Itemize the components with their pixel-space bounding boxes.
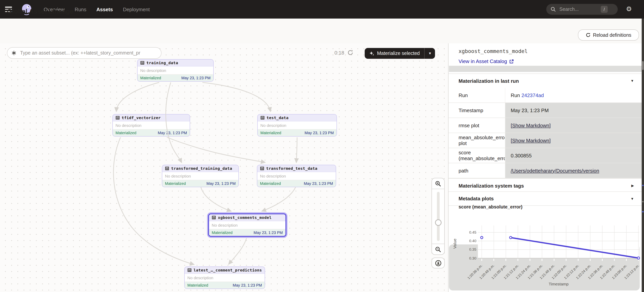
asset-description: No description	[138, 67, 213, 75]
asset-description: No description	[209, 221, 286, 229]
show-markdown-link[interactable]: [Show Markdown]	[511, 137, 551, 143]
refresh-icon[interactable]	[347, 50, 354, 56]
asset-description: No description	[257, 172, 336, 180]
asset-node-latest-comment-predictions[interactable]: latest_…_comment_predictions No descript…	[184, 266, 265, 289]
asset-description: No description	[258, 121, 336, 130]
edge	[167, 137, 265, 162]
search-input[interactable]	[558, 6, 601, 12]
materialization-table: Run Run 242374ad Timestamp May 23, 1:23 …	[448, 88, 642, 178]
y-tick-label: 0.35	[460, 247, 476, 251]
y-tick-label: 0.30	[460, 256, 476, 260]
path-link[interactable]: /Users/odetteharary/Documents/version	[511, 168, 599, 173]
chevron-down-icon[interactable]: ▼	[630, 197, 634, 200]
edge	[296, 137, 297, 162]
asset-description: No description	[113, 121, 190, 130]
dagster-app: Overview Runs Assets Deployment / ⚙ Glob…	[0, 0, 644, 292]
download-icon	[435, 260, 441, 266]
zoom-out-icon	[435, 246, 441, 252]
chevron-down-icon[interactable]: ▼	[630, 79, 634, 83]
zoom-slider-thumb[interactable]	[435, 219, 441, 226]
zoom-in-button[interactable]	[432, 178, 444, 189]
edge	[201, 187, 231, 211]
table-row-timestamp: Timestamp May 23, 1:23 PM	[448, 103, 642, 118]
edge	[202, 82, 270, 111]
global-search[interactable]: /	[546, 4, 618, 15]
show-markdown-link[interactable]: [Show Markdown]	[511, 122, 551, 128]
external-link-icon	[509, 59, 514, 64]
section-materialization-in-last-run[interactable]: Materialization in last run ▼	[448, 74, 642, 88]
status-badge: Materialized	[116, 131, 136, 135]
minimap-speck	[642, 211, 644, 212]
asset-node-training-data[interactable]: training_data No description Materialize…	[137, 59, 214, 82]
asset-filter-input[interactable]	[19, 50, 156, 56]
materialized-timestamp[interactable]: May 23, 1:23 PM	[206, 181, 236, 186]
zoom-slider[interactable]	[432, 189, 444, 244]
edge	[262, 187, 296, 211]
materialized-timestamp[interactable]: May 23, 1:23 PM	[304, 131, 334, 135]
materialize-selected-button[interactable]: Materialize selected ▼	[365, 48, 435, 59]
metadata-plot-title: score (mean_absolute_error)	[458, 204, 522, 210]
materialized-timestamp[interactable]: May 23, 1:23 PM	[254, 230, 283, 235]
zoom-in-icon	[435, 180, 441, 187]
table-icon	[116, 116, 120, 120]
asset-node-xgboost-comments-model[interactable]: xgboost_comments_model No description Ma…	[208, 213, 286, 237]
asset-name: transformed_test_data	[266, 166, 317, 171]
page-header	[0, 19, 644, 44]
materialized-timestamp[interactable]: May 23, 1:23 PM	[304, 181, 333, 186]
asset-filter-input-box[interactable]	[7, 47, 162, 59]
download-graph-button[interactable]	[432, 257, 445, 268]
panel-asset-title: xgboost_comments_model	[458, 48, 528, 54]
asset-node-test-data[interactable]: test_data No description Materialized Ma…	[257, 114, 337, 137]
gear-icon[interactable]: ⚙	[625, 6, 633, 13]
asset-node-tfidf-vectorizer[interactable]: tfidf_vectorizer No description Material…	[112, 114, 190, 137]
status-badge: Materialized	[187, 283, 208, 287]
asset-subset-icon	[11, 50, 16, 56]
refresh-icon	[586, 33, 591, 38]
nav-assets[interactable]: Assets	[96, 7, 113, 12]
materialized-timestamp[interactable]: May 23, 1:23 PM	[182, 76, 210, 80]
asset-name: training_data	[146, 61, 178, 65]
chevron-right-icon[interactable]: ▶	[631, 184, 634, 188]
zoom-controls	[432, 178, 445, 255]
refresh-timer: 0:18	[326, 50, 344, 56]
materialize-options-caret[interactable]: ▼	[425, 52, 435, 55]
y-tick-label: 0.40	[460, 239, 476, 243]
table-icon	[165, 166, 169, 171]
asset-lineage-graph[interactable]: training_data No description Materialize…	[0, 43, 448, 292]
run-id-link[interactable]: 242374ad	[522, 92, 544, 98]
table-row-rmse-plot: rmse plot [Show Markdown]	[448, 118, 642, 133]
nav-runs[interactable]: Runs	[74, 7, 86, 12]
minimap-speck	[642, 201, 644, 202]
table-icon	[260, 116, 265, 120]
asset-node-transformed-training-data[interactable]: transformed_training_data No description…	[162, 165, 239, 187]
materialized-timestamp[interactable]: May 23, 1:23 PM	[233, 283, 262, 287]
reload-definitions-button[interactable]: Reload definitions	[578, 29, 639, 41]
table-icon	[260, 166, 264, 171]
search-icon	[550, 7, 556, 12]
asset-name: tfidf_vectorizer	[122, 116, 161, 120]
table-icon	[140, 61, 144, 65]
status-badge: Materialized	[140, 76, 161, 80]
asset-node-transformed-test-data[interactable]: transformed_test_data No description Mat…	[257, 165, 336, 187]
edge	[229, 238, 246, 264]
asset-name: latest_…_comment_predictions	[194, 268, 262, 272]
zoom-slider-track[interactable]	[437, 192, 440, 241]
window-edge-scrollbar[interactable]	[642, 19, 644, 292]
status-badge: Materialized	[260, 131, 281, 135]
asset-name: xgboost_comments_model	[218, 215, 272, 220]
scrollbar-thumb[interactable]	[642, 61, 644, 70]
edge	[114, 137, 194, 264]
table-row-score: score (mean_absolute_error) 0.300855	[448, 148, 642, 163]
status-badge: Materialized	[165, 181, 186, 186]
zoom-out-button[interactable]	[432, 244, 444, 254]
section-materialization-system-tags[interactable]: Materialization system tags ▶	[448, 178, 642, 193]
view-in-asset-catalog-link[interactable]: View in Asset Catalog	[458, 58, 514, 64]
materialized-timestamp[interactable]: May 23, 1:23 PM	[158, 131, 187, 135]
sparkle-icon	[369, 51, 374, 56]
asset-description: No description	[185, 274, 265, 282]
nav-deployment[interactable]: Deployment	[123, 7, 150, 12]
edge	[116, 82, 159, 111]
table-row-run: Run Run 242374ad	[448, 88, 642, 103]
score-line-chart: 0.450.400.350.301:20:36 p.m.1:20:48 p.m.…	[448, 203, 644, 292]
asset-name: test_data	[266, 116, 288, 120]
